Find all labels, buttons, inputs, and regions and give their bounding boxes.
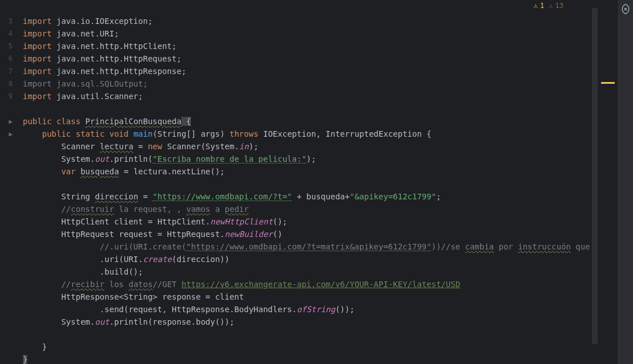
line-number[interactable] — [0, 253, 16, 265]
ide-root: 3 4 5 6 7 8 9 ▶ ▶ ⚠ 1 ⚠ 13 — [0, 0, 633, 364]
line-number[interactable] — [0, 153, 16, 165]
warning-marker[interactable] — [601, 82, 615, 84]
line-number[interactable] — [0, 103, 16, 115]
code-line[interactable]: Scanner lectura = new Scanner(System.in)… — [23, 140, 591, 153]
weak-warning-badge[interactable]: ⚠ 13 — [549, 2, 563, 10]
line-number[interactable]: 5 — [0, 40, 16, 52]
code-line[interactable]: //recibir los datos//GET https://v6.exch… — [23, 278, 591, 291]
scroll-thumb[interactable] — [592, 8, 598, 344]
line-number[interactable] — [0, 165, 16, 178]
warning-badge[interactable]: ⚠ 1 — [534, 2, 544, 10]
code-editor[interactable]: ⚠ 1 ⚠ 13 import java.io.IOException; imp… — [16, 0, 591, 364]
code-line[interactable]: import java.util.Scanner; — [23, 90, 591, 103]
code-line[interactable]: //.uri(URI.create("https://www.omdbapi.c… — [23, 240, 591, 253]
line-number[interactable] — [0, 265, 16, 278]
code-line[interactable]: HttpResponse<String> response = client — [23, 291, 591, 303]
line-number[interactable] — [0, 278, 16, 291]
code-line[interactable]: import java.net.URI; — [23, 27, 591, 40]
code-line[interactable]: import java.net.http.HttpClient; — [23, 40, 591, 52]
weak-warning-count: 13 — [555, 2, 563, 10]
code-line[interactable]: //construir la request, , vamos a pedir — [23, 203, 591, 215]
ai-assistant-icon[interactable] — [620, 3, 631, 15]
code-line[interactable] — [23, 328, 591, 341]
svg-point-0 — [624, 8, 626, 10]
line-number-gutter[interactable]: 3 4 5 6 7 8 9 ▶ ▶ — [0, 0, 16, 364]
line-number[interactable]: 6 — [0, 52, 16, 65]
run-icon[interactable]: ▶ — [9, 118, 13, 125]
line-number[interactable] — [0, 215, 16, 228]
line-number[interactable] — [0, 328, 16, 341]
vertical-scrollbar[interactable] — [592, 5, 598, 359]
code-line[interactable]: System.out.println(response.body()); — [23, 316, 591, 328]
line-number[interactable] — [0, 353, 16, 364]
line-number[interactable] — [0, 341, 16, 353]
code-line[interactable]: .uri(URI.create(direccion)) — [23, 253, 591, 265]
code-line[interactable]: HttpClient client = HttpClient.newHttpCl… — [23, 215, 591, 228]
code-line[interactable]: HttpRequest request = HttpRequest.newBui… — [23, 228, 591, 240]
line-number[interactable] — [0, 228, 16, 240]
inspections-widget[interactable]: ⚠ 1 ⚠ 13 — [534, 0, 563, 11]
line-number[interactable]: 7 — [0, 65, 16, 77]
code-line[interactable] — [23, 178, 591, 190]
line-number-run[interactable]: ▶ — [0, 115, 16, 128]
line-number[interactable] — [0, 203, 16, 215]
right-gutter — [591, 0, 617, 364]
line-number[interactable]: 9 — [0, 90, 16, 103]
code-line[interactable] — [23, 103, 591, 115]
line-number[interactable]: 4 — [0, 27, 16, 40]
code-line[interactable]: import java.io.IOException; — [23, 15, 591, 27]
editor-wrap: ⚠ 1 ⚠ 13 import java.io.IOException; imp… — [16, 0, 617, 364]
line-number[interactable] — [0, 190, 16, 203]
line-number[interactable] — [0, 303, 16, 316]
line-number[interactable]: 3 — [0, 15, 16, 27]
line-number-run[interactable]: ▶ — [0, 128, 16, 140]
code-line[interactable]: public class PrincipalConBusqueda { — [23, 115, 591, 128]
warning-count: 1 — [540, 2, 544, 10]
code-line[interactable]: var busqueda = lectura.nextLine(); — [23, 165, 591, 178]
line-number[interactable] — [0, 178, 16, 190]
code-line[interactable]: import java.net.http.HttpRequest; — [23, 52, 591, 65]
line-number[interactable] — [0, 240, 16, 253]
code-line[interactable]: String direccion = "https://www.omdbapi.… — [23, 190, 591, 203]
code-line[interactable]: .send(request, HttpResponse.BodyHandlers… — [23, 303, 591, 316]
line-number[interactable] — [0, 316, 16, 328]
code-line[interactable]: public static void main(String[] args) t… — [23, 128, 591, 140]
code-line[interactable]: } — [23, 341, 591, 353]
code-line[interactable]: System.out.println("Escriba nombre de la… — [23, 153, 591, 165]
code-line[interactable]: import java.net.http.HttpResponse; — [23, 65, 591, 77]
code-line[interactable]: import java.sql.SQLOutput; — [23, 77, 591, 90]
run-icon[interactable]: ▶ — [9, 130, 13, 138]
right-toolbar — [617, 0, 633, 364]
line-number[interactable]: 8 — [0, 77, 16, 90]
code-line[interactable]: } — [23, 353, 591, 364]
line-number[interactable] — [0, 140, 16, 153]
code-line[interactable]: .build(); — [23, 265, 591, 278]
line-number[interactable] — [0, 291, 16, 303]
